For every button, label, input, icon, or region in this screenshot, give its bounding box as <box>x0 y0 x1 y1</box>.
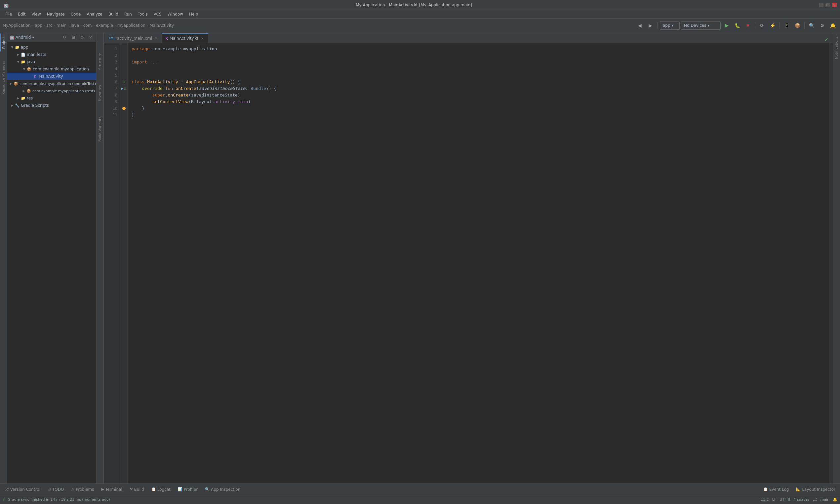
breadcrumb-myapplication[interactable]: MyApplication <box>3 23 31 28</box>
close-button[interactable]: × <box>832 3 837 7</box>
breadcrumb-src[interactable]: src <box>47 23 53 28</box>
left-panel-tabs: Project Resource Manager <box>0 32 7 484</box>
menu-navigate[interactable]: Navigate <box>44 11 68 18</box>
cursor-position[interactable]: 11:2 <box>761 498 769 502</box>
tree-item-androidtest[interactable]: ▶ 📦 com.example.myapplication (androidTe… <box>7 80 96 87</box>
menu-tools[interactable]: Tools <box>135 11 150 18</box>
tree-item-java[interactable]: ▼ 📁 java <box>7 58 96 66</box>
app-module-dropdown[interactable]: app ▾ <box>660 21 680 30</box>
debug-button[interactable]: 🐛 <box>733 21 742 30</box>
breadcrumb-main[interactable]: main <box>56 23 67 28</box>
line-num-4: 4 <box>104 66 120 72</box>
tree-item-manifests[interactable]: ▶ 📄 manifests <box>7 51 96 58</box>
bottom-tab-build[interactable]: ⚒ Build <box>126 485 147 494</box>
tree-item-res[interactable]: ▶ 📁 res <box>7 94 96 102</box>
menu-code[interactable]: Code <box>68 11 84 18</box>
xml-tab-close[interactable]: × <box>154 36 158 41</box>
right-tab-notifications[interactable]: Notifications <box>834 34 840 62</box>
tree-toggle-gradle[interactable]: ▶ <box>10 103 15 108</box>
run-button[interactable]: ▶ <box>722 21 731 30</box>
stop-button[interactable]: ■ <box>743 21 752 30</box>
run-config-back-button[interactable]: ◀ <box>635 21 644 30</box>
breadcrumb-com[interactable]: com <box>83 23 92 28</box>
menu-file[interactable]: File <box>3 11 15 18</box>
status-bar: ✓ Gradle sync finished in 14 m 19 s 21 m… <box>0 495 840 504</box>
editor-tab-activity-main-xml[interactable]: XML activity_main.xml × <box>105 33 162 43</box>
tree-toggle-manifests[interactable]: ▶ <box>16 52 20 57</box>
bottom-tab-problems[interactable]: ⚠ Problems <box>68 485 97 494</box>
menu-analyze[interactable]: Analyze <box>84 11 105 18</box>
tree-item-test[interactable]: ▶ 📦 com.example.myapplication (test) <box>7 87 96 94</box>
tree-toggle-test[interactable]: ▶ <box>21 89 26 93</box>
bottom-tab-terminal[interactable]: ▶ Terminal <box>98 485 126 494</box>
project-settings-button[interactable]: ⚙ <box>78 34 86 41</box>
bottom-tab-logcat[interactable]: 📋 Logcat <box>148 485 174 494</box>
tree-item-app[interactable]: ▼ 📁 app <box>7 43 96 51</box>
breadcrumb-example[interactable]: example <box>96 23 113 28</box>
fold-method-icon[interactable]: ⊟ <box>124 87 127 90</box>
indent-size[interactable]: 4 spaces <box>793 498 809 502</box>
status-left: ✓ Gradle sync finished in 14 m 19 s 21 m… <box>3 498 110 502</box>
menu-window[interactable]: Window <box>165 11 186 18</box>
xml-tab-icon: XML <box>108 36 115 40</box>
device-selector-dropdown[interactable]: No Devices ▾ <box>681 21 721 30</box>
settings-button[interactable]: ⚙ <box>818 21 827 30</box>
tree-toggle-app[interactable]: ▼ <box>10 45 15 50</box>
bottom-tab-event-log[interactable]: 📋 Event Log <box>760 485 792 494</box>
tree-item-com-example[interactable]: ▼ 📦 com.example.myapplication <box>7 66 96 73</box>
encoding[interactable]: UTF-8 <box>780 498 790 502</box>
menu-view[interactable]: View <box>29 11 43 18</box>
project-sync-button[interactable]: ⟳ <box>61 34 68 41</box>
sync-button[interactable]: ⟳ <box>757 21 767 30</box>
left-tab-structure[interactable]: Structure <box>97 50 103 72</box>
tree-toggle-res[interactable]: ▶ <box>16 96 20 101</box>
left-tab-resource-manager[interactable]: Resource Manager <box>0 58 6 97</box>
left-tab-project[interactable]: Project <box>0 34 7 52</box>
tree-toggle-androidtest[interactable]: ▶ <box>8 81 13 86</box>
fold-class-icon[interactable]: ⊟ <box>123 80 125 84</box>
window-controls[interactable]: − □ × <box>819 3 837 7</box>
line-num-5: 5 <box>104 72 120 79</box>
project-collapse-button[interactable]: ⊟ <box>70 34 77 41</box>
menu-vcs[interactable]: VCS <box>151 11 164 18</box>
tree-item-mainactivity[interactable]: K MainActivity <box>7 73 96 80</box>
bottom-tab-todo[interactable]: ☑ TODO <box>44 485 67 494</box>
run-config-forward-button[interactable]: ▶ <box>646 21 655 30</box>
sdk-manager-button[interactable]: 📦 <box>793 21 802 30</box>
left-tab-favorites[interactable]: Favorites <box>97 82 103 104</box>
menu-build[interactable]: Build <box>106 11 121 18</box>
line-ending[interactable]: LF <box>772 498 776 502</box>
tree-label-mainactivity: MainActivity <box>39 74 63 79</box>
kt-tab-close[interactable]: × <box>200 36 204 41</box>
search-everywhere-button[interactable]: 🔍 <box>807 21 816 30</box>
menu-help[interactable]: Help <box>186 11 201 18</box>
git-branch[interactable]: main <box>821 498 829 502</box>
gradle-sync-icon: ✓ <box>3 498 6 502</box>
breadcrumb-app[interactable]: app <box>35 23 42 28</box>
avd-manager-button[interactable]: 📱 <box>782 21 791 30</box>
run-gutter-icon[interactable]: ▶ <box>121 87 124 90</box>
notifications-button[interactable]: 🔔 <box>828 21 837 30</box>
menu-run[interactable]: Run <box>122 11 135 18</box>
bottom-tab-layout-inspector[interactable]: 📐 Layout Inspector <box>793 485 839 494</box>
left-tab-build-variants[interactable]: Build Variants <box>97 114 103 144</box>
bottom-tab-app-inspection[interactable]: 🔍 App Inspection <box>202 485 244 494</box>
tree-item-gradle[interactable]: ▶ 🔧 Gradle Scripts <box>7 102 96 109</box>
project-view-dropdown[interactable]: 🤖 Android ▾ <box>9 35 34 40</box>
project-close-button[interactable]: ✕ <box>87 34 94 41</box>
breadcrumb-java[interactable]: java <box>71 23 79 28</box>
tree-toggle-java[interactable]: ▼ <box>16 59 20 64</box>
breakpoint-indicator[interactable] <box>122 107 126 110</box>
problems-icon: ⚠ <box>71 487 74 491</box>
bottom-tab-version-control[interactable]: ⎇ Version Control <box>1 485 43 494</box>
minimize-button[interactable]: − <box>819 3 823 7</box>
editor-tab-mainactivity-kt[interactable]: K MainActivity.kt × <box>162 33 208 43</box>
menu-edit[interactable]: Edit <box>15 11 28 18</box>
maximize-button[interactable]: □ <box>825 3 830 7</box>
code-editor[interactable]: package com.example.myapplication import… <box>128 43 829 484</box>
bottom-tab-profiler[interactable]: 📊 Profiler <box>175 485 201 494</box>
tree-toggle-com-example[interactable]: ▼ <box>22 67 26 71</box>
gradle-execute-button[interactable]: ⚡ <box>768 21 777 30</box>
breadcrumb-myapplication2[interactable]: myapplication <box>117 23 145 28</box>
breadcrumb-mainactivity[interactable]: MainActivity <box>150 23 174 28</box>
